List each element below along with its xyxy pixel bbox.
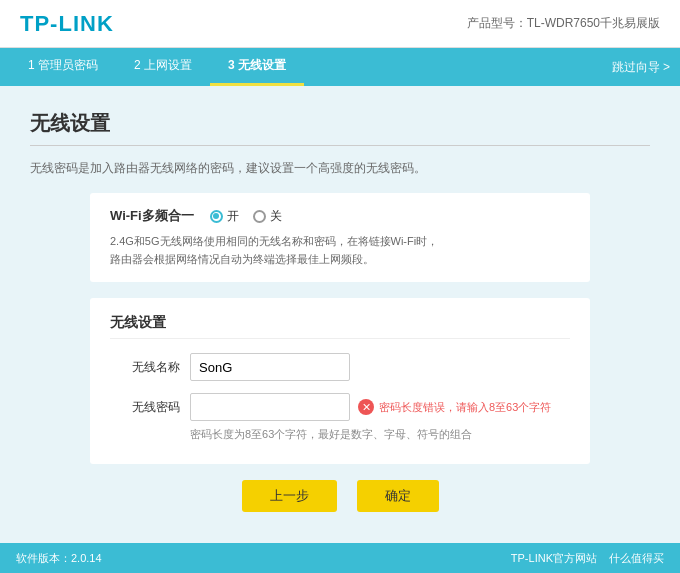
wifi-band-row: Wi-Fi多频合一 开 关 [110, 207, 570, 225]
button-row: 上一步 确定 [90, 480, 590, 512]
page-title: 无线设置 [30, 110, 650, 137]
main-content: 无线设置 无线密码是加入路由器无线网络的密码，建议设置一个高强度的无线密码。 W… [0, 86, 680, 543]
version-value: 2.0.14 [71, 552, 102, 564]
password-label: 无线密码 [110, 399, 180, 416]
ssid-row: 无线名称 [110, 353, 570, 381]
wifi-band-label: Wi-Fi多频合一 [110, 207, 194, 225]
model-label: 产品型号： [467, 16, 527, 30]
wifi-band-description: 2.4G和5G无线网络使用相同的无线名称和密码，在将链接Wi-Fi时，路由器会根… [110, 233, 570, 268]
subtitle: 无线密码是加入路由器无线网络的密码，建议设置一个高强度的无线密码。 [30, 160, 650, 177]
tab-wireless-setup[interactable]: 3 无线设置 [210, 48, 304, 86]
skip-wizard-button[interactable]: 跳过向导 > [612, 59, 670, 76]
wifi-on-dot [210, 210, 223, 223]
footer-link-website[interactable]: TP-LINK官方网站 [511, 551, 597, 566]
back-button[interactable]: 上一步 [242, 480, 337, 512]
wifi-on-label: 开 [227, 208, 239, 225]
wifi-off-radio[interactable]: 关 [253, 208, 282, 225]
logo: TP-LINK [20, 11, 114, 37]
wireless-section: 无线设置 无线名称 无线密码 ✕ 密码长度错误，请输入8至63个字符 密码长度为… [90, 298, 590, 464]
model-info: 产品型号：TL-WDR7650千兆易展版 [467, 15, 660, 32]
password-input[interactable] [190, 393, 350, 421]
ssid-input[interactable] [190, 353, 350, 381]
tab-admin-password[interactable]: 1 管理员密码 [10, 48, 116, 86]
tab-network-setup[interactable]: 2 上网设置 [116, 48, 210, 86]
nav-tabs: 1 管理员密码 2 上网设置 3 无线设置 [10, 48, 304, 86]
password-hint: 密码长度为8至63个字符，最好是数字、字母、符号的组合 [190, 427, 570, 442]
version-label: 软件版本： [16, 552, 71, 564]
footer-link-worth-buying[interactable]: 什么值得买 [609, 551, 664, 566]
model-value: TL-WDR7650千兆易展版 [527, 16, 660, 30]
header: TP-LINK 产品型号：TL-WDR7650千兆易展版 [0, 0, 680, 48]
confirm-button[interactable]: 确定 [357, 480, 439, 512]
ssid-label: 无线名称 [110, 359, 180, 376]
nav-bar: 1 管理员密码 2 上网设置 3 无线设置 跳过向导 > [0, 48, 680, 86]
divider [30, 145, 650, 146]
footer-version: 软件版本：2.0.14 [16, 551, 102, 566]
wifi-band-radio-group: 开 关 [210, 208, 282, 225]
wifi-off-label: 关 [270, 208, 282, 225]
wifi-off-dot [253, 210, 266, 223]
password-error-icon: ✕ [358, 399, 374, 415]
wireless-section-title: 无线设置 [110, 314, 570, 339]
wifi-on-radio[interactable]: 开 [210, 208, 239, 225]
password-error-text: 密码长度错误，请输入8至63个字符 [379, 400, 551, 415]
footer-links: TP-LINK官方网站 什么值得买 [511, 551, 664, 566]
wifi-multiband-section: Wi-Fi多频合一 开 关 2.4G和5G无线网络使用相同的无线名称和密码，在将… [90, 193, 590, 282]
footer: 软件版本：2.0.14 TP-LINK官方网站 什么值得买 [0, 543, 680, 573]
password-row: 无线密码 ✕ 密码长度错误，请输入8至63个字符 [110, 393, 570, 421]
